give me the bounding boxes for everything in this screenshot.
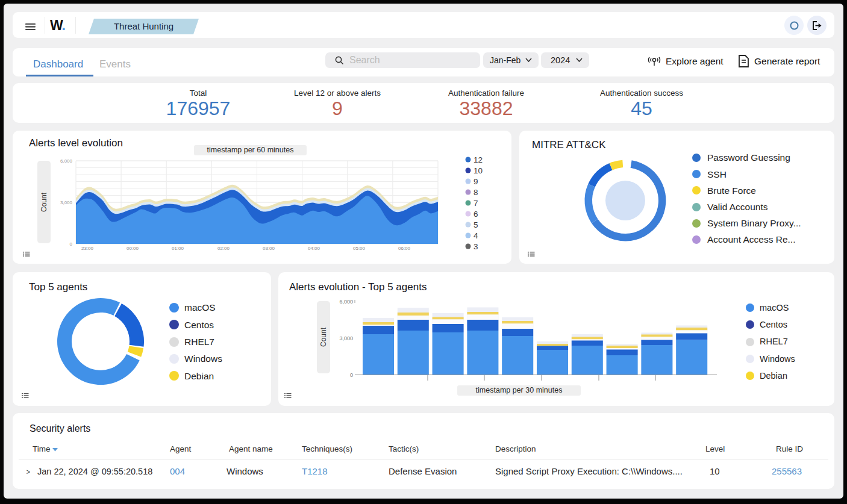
svg-text:Valid Accounts: Valid Accounts xyxy=(707,202,768,212)
svg-text:Centos: Centos xyxy=(184,320,214,330)
svg-text:Password Guessing: Password Guessing xyxy=(707,152,790,163)
svg-text:SSH: SSH xyxy=(707,169,727,179)
svg-text:RHEL7: RHEL7 xyxy=(760,337,788,346)
svg-text:8: 8 xyxy=(474,188,478,197)
svg-text:9: 9 xyxy=(474,177,478,186)
svg-text:Windows: Windows xyxy=(184,353,222,364)
svg-text:Centos: Centos xyxy=(760,320,787,329)
svg-text:6: 6 xyxy=(474,210,478,219)
svg-text:Account Access Re...: Account Access Re... xyxy=(707,234,795,244)
svg-text:RHEL7: RHEL7 xyxy=(184,337,214,347)
svg-text:4: 4 xyxy=(474,231,478,240)
svg-text:12: 12 xyxy=(474,155,483,164)
svg-text:7: 7 xyxy=(474,199,478,208)
svg-text:Debian: Debian xyxy=(760,371,787,381)
svg-text:10: 10 xyxy=(474,166,483,175)
svg-text:Windows: Windows xyxy=(760,354,795,364)
svg-text:macOS: macOS xyxy=(184,302,216,313)
svg-text:macOS: macOS xyxy=(760,303,789,313)
svg-text:Debian: Debian xyxy=(184,371,214,381)
svg-text:System Binary Proxy...: System Binary Proxy... xyxy=(707,218,801,228)
svg-text:3: 3 xyxy=(474,242,478,251)
svg-text:Brute Force: Brute Force xyxy=(707,185,756,196)
svg-text:5: 5 xyxy=(474,220,478,229)
